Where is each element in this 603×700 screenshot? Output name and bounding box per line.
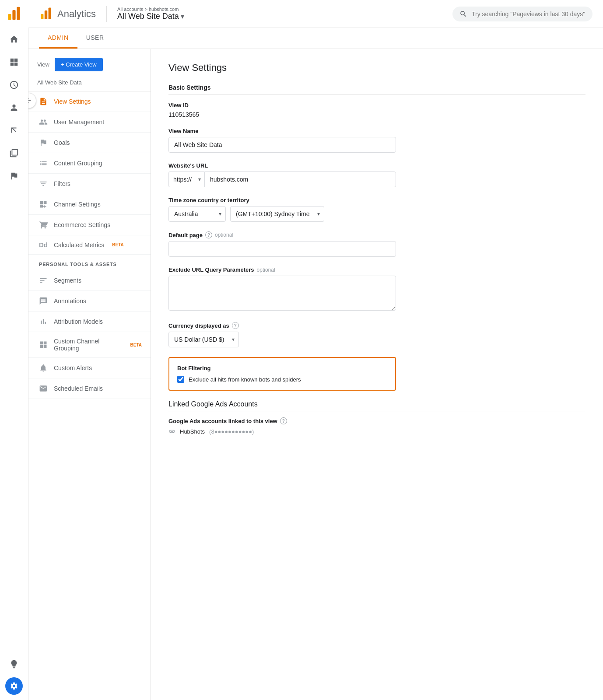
sidebar-item-scheduled-emails[interactable]: Scheduled Emails xyxy=(28,378,151,399)
create-view-button[interactable]: + Create View xyxy=(55,58,103,71)
sidebar-item-goals[interactable]: Goals xyxy=(28,133,151,153)
nav-rail xyxy=(0,0,28,700)
content-area: View Settings Basic Settings View ID 110… xyxy=(151,49,603,700)
sidebar-view-label: View xyxy=(37,61,49,68)
bot-filtering-box: Bot Filtering Exclude all hits from know… xyxy=(168,357,396,391)
sidebar-item-label-annotations: Annotations xyxy=(54,298,86,304)
tab-user[interactable]: USER xyxy=(77,28,113,49)
acquisition-icon[interactable] xyxy=(4,120,25,141)
sidebar-item-channel-settings[interactable]: Channel Settings xyxy=(28,194,151,215)
search-input[interactable] xyxy=(472,10,585,18)
sidebar-item-custom-channel-grouping[interactable]: Custom Channel Grouping BETA xyxy=(28,332,151,358)
scheduled-emails-icon xyxy=(39,384,48,393)
view-id-field: View ID 110513565 xyxy=(168,102,585,118)
sidebar-account-name: All Web Site Data xyxy=(28,76,151,91)
sidebar-item-user-management[interactable]: User Management xyxy=(28,112,151,133)
website-url-field: Website's URL https:// http:// xyxy=(168,162,585,187)
default-page-help-icon[interactable]: ? xyxy=(205,231,212,238)
filters-icon xyxy=(39,179,48,188)
linked-ads-title: Linked Google Ads Accounts xyxy=(168,400,585,412)
chain-icon xyxy=(168,428,175,435)
svg-rect-0 xyxy=(8,14,11,20)
sidebar-item-label-channel-settings: Channel Settings xyxy=(54,201,101,208)
timezone-country-select[interactable]: Australia United States xyxy=(168,206,226,222)
breadcrumb: All accounts > hubshots.com xyxy=(117,7,184,12)
dropdown-arrow-icon[interactable]: ▾ xyxy=(181,12,184,21)
view-id-label: View ID xyxy=(168,102,585,108)
tabs-bar: ADMIN USER xyxy=(28,28,603,49)
sidebar-item-label-scheduled-emails: Scheduled Emails xyxy=(54,385,103,392)
currency-field: Currency displayed as ? US Dollar (USD $… xyxy=(168,322,585,347)
view-name-input[interactable] xyxy=(168,137,396,153)
header-search[interactable] xyxy=(452,7,592,21)
currency-select[interactable]: US Dollar (USD $) xyxy=(168,332,239,347)
url-protocol-wrapper: https:// http:// xyxy=(168,172,204,187)
exclude-url-textarea[interactable] xyxy=(168,276,396,311)
view-name-field: View Name xyxy=(168,128,585,153)
timezone-zone-select[interactable]: (GMT+10:00) Sydney Time xyxy=(230,206,324,222)
conversions-icon[interactable] xyxy=(4,165,25,186)
sidebar-item-annotations[interactable]: Annotations xyxy=(28,291,151,312)
sidebar-item-label-attribution-models: Attribution Models xyxy=(54,318,103,325)
nav-logo xyxy=(0,0,28,28)
reports-icon[interactable] xyxy=(4,52,25,73)
bot-filtering-checkbox-row: Exclude all hits from known bots and spi… xyxy=(177,376,387,383)
calculated-metrics-icon: Dd xyxy=(39,241,48,248)
tab-admin[interactable]: ADMIN xyxy=(39,28,77,49)
currency-help-icon[interactable]: ? xyxy=(232,322,239,329)
basic-settings-title: Basic Settings xyxy=(168,84,585,95)
behavior-icon[interactable] xyxy=(4,143,25,164)
sidebar-item-custom-alerts[interactable]: Custom Alerts xyxy=(28,358,151,378)
linked-account-name: HubShots xyxy=(180,428,205,435)
header-logo-icon xyxy=(39,7,53,21)
timezone-dropdowns: Australia United States (GMT+10:00) Sydn… xyxy=(168,206,396,222)
sidebar-item-view-settings[interactable]: View Settings xyxy=(28,91,151,112)
linked-item: HubShots (8●●●●●●●●●●●) xyxy=(168,428,585,435)
exclude-url-field: Exclude URL Query Parameters optional xyxy=(168,266,585,312)
currency-select-wrapper: US Dollar (USD $) xyxy=(168,332,239,347)
header-divider xyxy=(106,6,107,22)
sidebar-item-label-user-management: User Management xyxy=(54,119,104,126)
default-page-input[interactable] xyxy=(168,241,396,257)
url-domain-input[interactable] xyxy=(204,172,396,187)
bot-filtering-checkbox[interactable] xyxy=(177,376,184,383)
svg-rect-1 xyxy=(12,10,15,20)
sidebar: View + Create View All Web Site Data Vie… xyxy=(28,49,151,700)
search-icon xyxy=(459,10,467,18)
ideas-icon[interactable] xyxy=(4,654,25,675)
default-page-field: Default page ? optional xyxy=(168,231,585,257)
audience-icon[interactable] xyxy=(4,97,25,118)
sidebar-item-label-calculated-metrics: Calculated Metrics xyxy=(54,242,104,248)
view-id-value: 110513565 xyxy=(168,111,585,118)
bot-filtering-title: Bot Filtering xyxy=(177,365,387,371)
sidebar-menu: View Settings User Management Goals Cont… xyxy=(28,91,151,255)
sidebar-item-label-view-settings: View Settings xyxy=(54,98,91,105)
linked-account-id: (8●●●●●●●●●●●) xyxy=(209,428,254,435)
linked-accounts-help-icon[interactable]: ? xyxy=(280,417,287,424)
timezone-field: Time zone country or territory Australia… xyxy=(168,197,585,222)
page-title: View Settings xyxy=(168,62,585,74)
sidebar-item-label-filters: Filters xyxy=(54,180,70,187)
sidebar-item-label-segments: Segments xyxy=(54,277,81,284)
linked-ads-section: Linked Google Ads Accounts Google Ads ac… xyxy=(168,400,585,435)
settings-icon[interactable] xyxy=(5,677,23,695)
sidebar-item-ecommerce-settings[interactable]: Ecommerce Settings xyxy=(28,215,151,235)
svg-rect-5 xyxy=(49,7,51,19)
sidebar-item-filters[interactable]: Filters xyxy=(28,174,151,194)
home-icon[interactable] xyxy=(4,29,25,50)
sidebar-item-label-goals: Goals xyxy=(54,139,70,146)
url-protocol-select[interactable]: https:// http:// xyxy=(168,172,204,187)
linked-accounts-label: Google Ads accounts linked to this view … xyxy=(168,417,585,424)
sidebar-item-calculated-metrics[interactable]: Dd Calculated Metrics BETA xyxy=(28,235,151,255)
sidebar-item-segments[interactable]: Segments xyxy=(28,270,151,291)
timezone-label: Time zone country or territory xyxy=(168,197,585,203)
personal-menu: Segments Annotations Attribution Models … xyxy=(28,270,151,399)
header-account: All accounts > hubshots.com All Web Site… xyxy=(117,7,184,21)
realtime-icon[interactable] xyxy=(4,74,25,95)
view-name-label: View Name xyxy=(168,128,585,134)
svg-rect-4 xyxy=(45,10,47,19)
default-page-optional: optional xyxy=(215,232,233,238)
personal-section-label: PERSONAL TOOLS & ASSETS xyxy=(28,255,151,270)
sidebar-item-attribution-models[interactable]: Attribution Models xyxy=(28,312,151,332)
sidebar-item-content-grouping[interactable]: Content Grouping xyxy=(28,153,151,174)
